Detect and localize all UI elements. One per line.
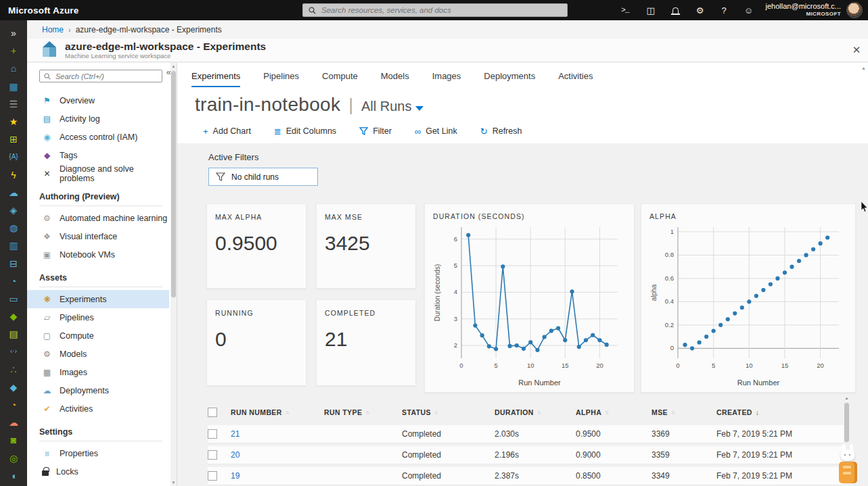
command-add-chart[interactable]: +Add Chart (203, 126, 251, 136)
sidebar-item-visual-interface[interactable]: ❖Visual interface (27, 227, 169, 245)
sort-icon[interactable]: ↑↓ (434, 410, 437, 416)
assistant-bot-button[interactable] (836, 443, 860, 486)
favorites-star-icon[interactable]: ★ (0, 113, 27, 130)
command-refresh[interactable]: ↻Refresh (480, 126, 522, 136)
table-row-run-20[interactable]: 20Completed2.196s0.90003359Feb 7, 2019 5… (208, 446, 848, 464)
run-number-link[interactable]: 19 (231, 471, 324, 481)
monitor-gauge-icon[interactable]: ◔ (0, 396, 27, 414)
run-number-link[interactable]: 20 (231, 450, 324, 460)
notifications-bell-icon[interactable] (672, 7, 679, 14)
account-block[interactable]: jehollan@microsoft.c... MICROSOFT (766, 2, 841, 17)
filter-chip-no-child-runs[interactable]: No child runs (208, 168, 318, 186)
home-icon[interactable]: ⌂ (0, 59, 27, 77)
security-shield-icon[interactable]: ◙ (0, 431, 27, 449)
sidebar-item-experiments[interactable]: ❋Experiments (27, 290, 169, 308)
settings-gear-icon[interactable]: ⚙ (696, 6, 704, 15)
tab-compute[interactable]: Compute (322, 71, 358, 87)
scroll-down-icon[interactable]: ▼ (170, 481, 177, 485)
tab-models[interactable]: Models (381, 71, 409, 87)
command-get-link[interactable]: ∞Get Link (415, 126, 457, 136)
sidebar-item-notebook-vms[interactable]: ▣Notebook VMs (27, 245, 169, 264)
ml-workspace-cube-icon[interactable]: ◈ (0, 201, 27, 219)
sidebar-item-overview[interactable]: ⚑Overview (27, 91, 169, 110)
sidebar-search-box[interactable] (39, 70, 162, 82)
azure-brand[interactable]: Microsoft Azure (8, 5, 79, 16)
all-resources-grid-icon[interactable]: ⊞ (0, 130, 27, 148)
sidebar-item-activities[interactable]: ✔Activities (27, 399, 169, 418)
run-number-link[interactable]: 21 (231, 429, 324, 439)
sort-icon[interactable]: ↑↓ (285, 410, 288, 416)
user-avatar[interactable] (846, 2, 863, 18)
create-resource-icon[interactable]: + (0, 42, 27, 59)
sidebar-item-tags[interactable]: ◆Tags (27, 146, 169, 164)
sidebar-scroll-thumb[interactable] (171, 71, 176, 297)
row-checkbox[interactable] (208, 471, 217, 481)
app-service-globe-icon[interactable]: ◍ (0, 219, 27, 237)
support-headset-icon[interactable]: ◖ (0, 467, 27, 485)
alerts-cloud-icon[interactable]: ☁ (0, 414, 27, 431)
sidebar-item-models[interactable]: ⚙Models (27, 345, 169, 363)
stat-card-completed[interactable]: COMPLETED21 (316, 299, 416, 386)
command-edit-columns[interactable]: ≣Edit Columns (274, 126, 336, 136)
sidebar-item-deployments[interactable]: ☁Deployments (27, 381, 169, 399)
sidebar-item-compute[interactable]: ▢Compute (27, 326, 169, 345)
sort-icon[interactable]: ↓ (756, 409, 759, 416)
sidebar-item-automated-ml[interactable]: ⚙Automated machine learning (27, 209, 169, 227)
alpha-chart-card[interactable]: ALPHA 00.20.40.60.8105101520Run Numberal… (641, 203, 856, 393)
vm-scale-set-icon[interactable]: ⊟ (0, 254, 27, 272)
ml-pipeline-flow-icon[interactable]: ∴ (0, 361, 27, 379)
global-search-input[interactable] (320, 5, 562, 15)
sort-icon[interactable]: ↑↓ (671, 410, 674, 416)
column-header-duration[interactable]: DURATION↑↓ (495, 408, 576, 416)
virtual-machine-monitor-icon[interactable]: ▭ (0, 290, 27, 308)
storage-list-icon[interactable]: ▤ (0, 325, 27, 343)
sidebar-item-export-template[interactable]: ↧Export template (27, 481, 169, 486)
traffic-diamond-icon[interactable]: ◆ (0, 379, 27, 396)
table-scroll-thumb[interactable] (844, 403, 849, 442)
close-blade-icon[interactable]: ✕ (850, 44, 863, 56)
pane-scroll-up-icon[interactable]: ▲ (861, 66, 866, 70)
all-services-list-icon[interactable]: ☰ (0, 95, 27, 113)
column-header-run[interactable]: RUN NUMBER↑↓ (231, 408, 324, 416)
column-header-alpha[interactable]: ALPHA↑↓ (576, 408, 652, 416)
sort-icon[interactable]: ↑↓ (537, 410, 540, 416)
sidebar-scrollbar[interactable]: ▲ ▼ (170, 63, 177, 486)
column-header-type[interactable]: RUN TYPE↑↓ (324, 408, 402, 416)
dashboard-icon[interactable]: ▦ (0, 78, 27, 95)
tab-pipelines[interactable]: Pipelines (263, 71, 299, 87)
table-row-run-21[interactable]: 21Completed2.030s0.95003369Feb 7, 2019 5… (208, 425, 848, 443)
directory-filter-icon[interactable]: ◫ (647, 6, 655, 15)
help-icon[interactable]: ? (721, 6, 726, 15)
sidebar-item-locks[interactable]: Locks (27, 462, 169, 481)
tab-experiments[interactable]: Experiments (191, 71, 240, 87)
stat-card-max-alpha[interactable]: MAX ALPHA0.9500 (206, 203, 306, 289)
load-balancer-diamond-icon[interactable]: ◆ (0, 308, 27, 325)
resource-groups-icon[interactable]: {A} (0, 148, 27, 166)
runs-scope-dropdown[interactable]: All Runs (361, 99, 424, 114)
tab-images[interactable]: Images (432, 71, 461, 87)
sidebar-item-activity-log[interactable]: ▤Activity log (27, 110, 169, 128)
tab-deployments[interactable]: Deployments (484, 71, 535, 87)
sidebar-item-access-control[interactable]: ◉Access control (IAM) (27, 128, 169, 146)
sidebar-item-pipelines[interactable]: ▱Pipelines (27, 308, 169, 326)
select-all-checkbox[interactable] (208, 408, 217, 417)
stat-card-max-mse[interactable]: MAX MSE3425 (316, 203, 416, 289)
column-header-mse[interactable]: MSE↑↓ (652, 408, 716, 416)
sort-icon[interactable]: ↑↓ (365, 410, 368, 416)
global-search-box[interactable] (302, 3, 568, 17)
sort-icon[interactable]: ↑↓ (605, 410, 608, 416)
sidebar-item-diagnose[interactable]: ✕Diagnose and solve problems (27, 164, 169, 183)
table-row-run-19[interactable]: 19Completed2.387s0.85003349Feb 7, 2019 5… (208, 467, 848, 485)
advisor-ring-icon[interactable]: ◎ (0, 449, 27, 467)
breadcrumb-home-link[interactable]: Home (42, 25, 64, 34)
feedback-smiley-icon[interactable]: ☺ (744, 6, 753, 15)
expand-rail-icon[interactable]: » (0, 24, 27, 42)
tab-activities[interactable]: Activities (558, 71, 593, 87)
row-checkbox[interactable] (208, 450, 217, 460)
column-header-status[interactable]: STATUS↑↓ (402, 408, 495, 416)
function-apps-bolt-icon[interactable]: ϟ (0, 166, 27, 184)
sidebar-search-input[interactable] (54, 72, 158, 81)
sidebar-item-properties[interactable]: |||Properties (27, 444, 169, 462)
command-filter[interactable]: Filter (359, 126, 392, 136)
scroll-up-icon[interactable]: ▲ (844, 396, 850, 400)
